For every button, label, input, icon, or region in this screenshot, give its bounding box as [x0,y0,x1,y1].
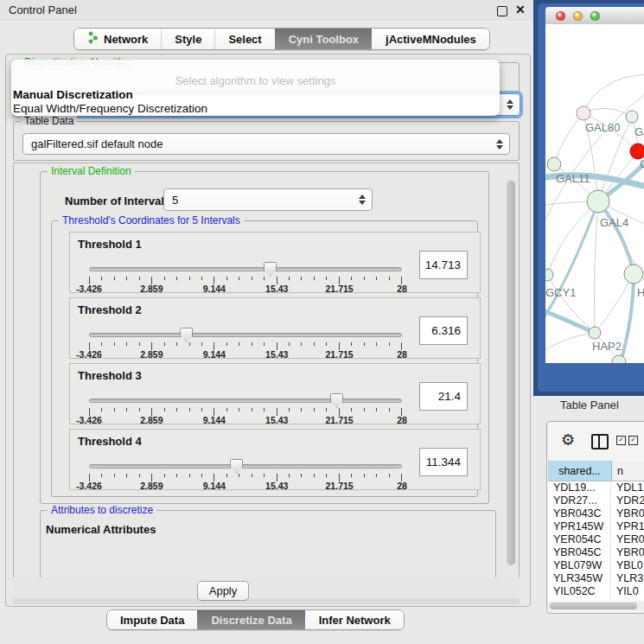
tick-label: 2.859 [140,481,163,491]
threshold-slider[interactable]: -3.4262.8599.14415.4321.71528 [89,430,402,489]
minimize-traffic-light-icon[interactable] [573,11,583,21]
slider-handle[interactable] [180,328,193,342]
dropdown-option[interactable]: Equal Width/Frequency Discretization [13,102,497,116]
cell-shared-name[interactable]: YIL052C [548,585,611,598]
slider-handle[interactable] [330,393,343,408]
threshold-slider[interactable]: -3.4262.8599.14415.4321.71528 [89,233,402,292]
cell-name[interactable]: YDR2 [611,494,644,507]
network-node[interactable] [545,269,553,281]
slider-track[interactable] [89,333,402,337]
cell-shared-name[interactable]: YPR145W [548,520,611,533]
network-node[interactable] [547,157,561,171]
network-node[interactable] [589,327,601,339]
cell-name[interactable]: YBR0 [611,546,644,559]
tab-jactivemnodules[interactable]: jActiveMNodules [372,29,489,49]
zoom-traffic-light-icon[interactable] [590,11,600,21]
tab-select[interactable]: Select [214,29,274,49]
tab-network[interactable]: Network [74,29,161,49]
threshold-value-field[interactable]: 6.316 [419,316,468,345]
apply-button[interactable]: Apply [197,581,249,601]
tick-label: -3.426 [76,349,102,360]
cell-name[interactable]: YBL0 [611,559,644,572]
cell-name[interactable]: YLR3 [611,572,644,585]
tab-style[interactable]: Style [161,29,214,49]
cell-shared-name[interactable]: YBL079W [548,559,611,572]
slider-track[interactable] [89,267,402,271]
network-node[interactable] [624,265,643,284]
tick-mark [139,408,140,411]
node-table[interactable]: shared... n YDL19...YDL1YDR27...YDR2YBR0… [548,461,644,601]
tick-label: 2.859 [140,284,163,294]
table-row[interactable]: YLR345WYLR3 [548,572,644,585]
float-window-icon[interactable] [497,6,507,16]
network-canvas[interactable]: GAL80GACGAL11GAL4GCY1HHAP2 [545,24,644,363]
checkbox-select-icon[interactable]: ✓ [616,436,626,445]
slider-track[interactable] [89,464,402,469]
settings-scroll-viewport: Interval Definition Number of Intervals … [13,163,520,579]
table-data-group: Table Data galFiltered.sif default node [13,121,520,161]
cell-name[interactable]: YPR1 [611,520,644,533]
table-row[interactable]: YBR045CYBR0 [548,546,644,559]
tab-discretize-data[interactable]: Discretize Data [197,610,304,629]
cell-shared-name[interactable]: YBR045C [548,546,611,559]
table-row[interactable]: YIL052CYIL0 [548,585,644,598]
network-icon [87,31,99,47]
columns-icon[interactable] [591,434,609,450]
slider-track[interactable] [89,399,402,403]
tick-label: 21.715 [326,284,354,294]
dropdown-option[interactable]: Manual Discretization [13,88,497,102]
table-data-combobox[interactable]: galFiltered.sif default node [22,133,510,155]
close-icon[interactable]: ✕ [515,3,526,16]
threshold-value-field[interactable]: 21.4 [419,382,468,411]
tab-infer-network[interactable]: Infer Network [305,610,404,629]
cell-shared-name[interactable]: YLR345W [548,572,611,585]
tick-mark [289,474,290,477]
cell-name[interactable]: YDL1 [611,481,644,494]
checkbox-select-all-icon[interactable]: ✓ [628,436,638,445]
column-header-name[interactable]: n [612,461,644,481]
table-row[interactable]: YBR043CYBR0 [548,507,644,520]
network-node[interactable] [587,190,609,213]
cell-shared-name[interactable]: YBR043C [548,507,611,520]
tick-mark [376,277,377,280]
viewport-scrollbar-thumb[interactable] [507,181,515,565]
tick-mark [301,474,302,477]
combo-arrows-icon [359,194,366,205]
cell-name[interactable]: YER0 [611,533,644,546]
scrollbar-thumb[interactable] [550,603,637,609]
tick-mark [101,408,102,411]
tab-label: Select [228,33,261,46]
network-node[interactable] [577,106,590,120]
number-of-intervals-combobox[interactable]: 5 [163,188,373,211]
network-window-titlebar[interactable] [545,7,644,25]
tick-mark [289,408,290,411]
threshold-value-field[interactable]: 14.713 [419,251,468,279]
tab-cyni-toolbox[interactable]: Cyni Toolbox [275,29,372,49]
threshold-value-field[interactable]: 11.344 [419,448,468,476]
cell-name[interactable]: YIL0 [611,585,644,598]
threshold-slider[interactable]: -3.4262.8599.14415.4321.71528 [89,298,402,358]
table-horizontal-scrollbar[interactable] [548,602,644,610]
group-label: Interval Definition [48,165,135,177]
column-header-shared-name[interactable]: shared... [548,461,612,481]
slider-handle[interactable] [230,459,243,474]
cell-name[interactable]: YBR0 [611,507,644,520]
cell-shared-name[interactable]: YDL19... [548,481,611,494]
cell-shared-name[interactable]: YDR27... [548,494,611,507]
table-row[interactable]: YER054CYER0 [548,533,644,546]
gear-icon[interactable]: ⚙ [561,430,575,450]
network-node[interactable] [626,111,638,123]
tick-label: 9.144 [203,481,226,491]
threshold-slider[interactable]: -3.4262.8599.14415.4321.71528 [89,364,402,424]
table-row[interactable]: YBL079WYBL0 [548,559,644,572]
tab-impute-data[interactable]: Impute Data [107,610,197,629]
table-row[interactable]: YDR27...YDR2 [548,494,644,507]
tick-label: -3.426 [76,415,102,425]
cell-shared-name[interactable]: YER054C [548,533,611,546]
table-row[interactable]: YPR145WYPR1 [548,520,644,533]
table-header-row[interactable]: shared... n [548,461,644,481]
tick-mark [164,474,165,477]
close-traffic-light-icon[interactable] [556,11,565,21]
table-row[interactable]: YDL19...YDL1 [548,481,644,494]
slider-handle[interactable] [264,262,277,277]
